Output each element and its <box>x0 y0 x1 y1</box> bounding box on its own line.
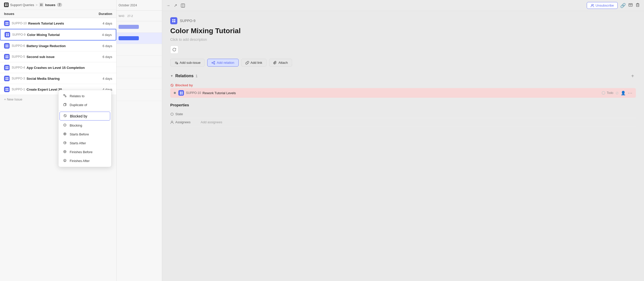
svg-rect-11 <box>7 24 8 25</box>
relations-add-button[interactable]: + <box>629 73 636 79</box>
svg-rect-62 <box>180 93 181 94</box>
svg-rect-47 <box>174 19 175 21</box>
issue-id-label: SUPPO-1 <box>12 88 25 91</box>
svg-rect-48 <box>172 21 174 22</box>
issue-title-label: Color Mixing Tutorial <box>27 33 100 37</box>
svg-line-59 <box>171 85 173 86</box>
assignees-label: Assignees <box>170 120 201 124</box>
issue-row-suppo-10[interactable]: SUPPO-10 Rework Tutorial Levels 4 days <box>0 18 116 29</box>
svg-rect-15 <box>8 35 9 36</box>
svg-rect-46 <box>172 19 174 21</box>
svg-rect-5 <box>42 4 42 5</box>
issue-title[interactable]: Color Mixing Tutorial <box>170 27 636 35</box>
relations-count: 1 <box>196 74 198 78</box>
svg-rect-4 <box>40 4 41 5</box>
more-options-icon[interactable]: ⋯ <box>628 90 632 96</box>
relation-item-title[interactable]: Rework Tutorial Levels <box>202 91 602 95</box>
add-relation-button[interactable]: Add relation <box>207 59 238 67</box>
svg-rect-61 <box>181 91 183 93</box>
relation-item-status: Todo <box>602 91 613 95</box>
section-label[interactable]: Issues <box>45 3 55 7</box>
svg-rect-49 <box>174 21 175 22</box>
gantt-month-label: October 2024 <box>117 0 162 11</box>
gantt-row-suppo10 <box>117 21 162 33</box>
workspace-label[interactable]: Support Queries <box>10 3 34 7</box>
gantt-row-suppo3 <box>117 78 162 90</box>
svg-rect-60 <box>180 91 181 93</box>
issue-id-label: SUPPO-4 <box>12 66 25 69</box>
relation-item-id: SUPPO-10 <box>186 91 201 95</box>
add-link-button[interactable]: Add link <box>241 59 267 67</box>
gantt-bars <box>117 21 162 281</box>
svg-rect-25 <box>7 66 8 67</box>
gantt-row-suppo6 <box>117 44 162 55</box>
attach-button[interactable]: Attach <box>269 59 292 67</box>
cycle-button[interactable] <box>170 46 178 54</box>
issue-row-suppo-9[interactable]: SUPPO-9 Color Mixing Tutorial 4 days <box>0 29 116 41</box>
svg-rect-24 <box>5 66 7 67</box>
issue-id-label: SUPPO-3 <box>12 77 25 80</box>
toolbar-left: → ↗ <box>166 3 185 8</box>
svg-rect-16 <box>5 44 7 46</box>
issue-icon <box>4 54 10 59</box>
issue-icon <box>4 65 10 70</box>
gantt-header-row: Issues Duration <box>0 10 116 18</box>
relations-section: ▼ Relations 1 + Blocked by <box>170 73 636 98</box>
col-duration-header: Duration <box>99 12 112 16</box>
no-symbol-icon: ⊘ <box>615 91 619 95</box>
svg-rect-19 <box>7 46 8 47</box>
gantt-row-suppo1 <box>117 90 162 101</box>
link-icon-btn[interactable]: 🔗 <box>620 3 626 8</box>
action-bar: Add sub-issue Add relation Add link Atta… <box>170 59 636 67</box>
issue-row-suppo-3[interactable]: SUPPO-3 Social Media Sharing 4 days <box>0 73 116 84</box>
gantt-week-row: W43 27-2 <box>117 11 162 21</box>
section-icon <box>39 3 44 7</box>
issue-description[interactable]: Click to add description <box>170 37 636 42</box>
svg-rect-13 <box>8 33 9 34</box>
assignees-value[interactable]: Add assignees <box>201 120 222 124</box>
issue-header-icon <box>170 17 177 24</box>
blocked-by-group: Blocked by SUPPO-10 Rework Tutorial Leve… <box>170 82 636 98</box>
svg-line-57 <box>213 63 214 64</box>
issue-duration-label: 4 days <box>100 33 112 37</box>
status-text: Todo <box>607 91 613 95</box>
delete-icon-btn[interactable] <box>635 3 640 8</box>
arrow-icon[interactable]: → <box>166 3 170 8</box>
issue-header-id: SUPPO-9 <box>180 19 195 23</box>
svg-line-56 <box>213 62 214 63</box>
unsubscribe-button[interactable]: Unsubscribe <box>587 2 618 9</box>
issue-id-label: SUPPO-5 <box>12 55 25 58</box>
panel-icon[interactable] <box>181 3 185 8</box>
gantt-bar-suppo9 <box>119 36 139 40</box>
issue-icon <box>4 76 10 81</box>
svg-rect-6 <box>40 5 41 6</box>
status-circle <box>602 91 605 95</box>
right-toolbar: → ↗ Unsubscribe 🔗 <box>162 0 644 11</box>
add-sub-issue-button[interactable]: Add sub-issue <box>170 59 205 67</box>
blocked-by-label: Blocked by <box>175 83 193 87</box>
right-panel: → ↗ Unsubscribe 🔗 <box>162 0 644 281</box>
issue-row-suppo-5[interactable]: SUPPO-5 Second sub issue 6 days <box>0 51 116 62</box>
issue-title-label: App Crashes on Level 15 Completion <box>27 66 100 70</box>
gantt-row-suppo9 <box>117 33 162 44</box>
svg-rect-3 <box>7 5 8 6</box>
archive-icon-btn[interactable] <box>628 3 633 8</box>
svg-rect-26 <box>5 68 7 69</box>
person-icon: 👤 <box>621 91 626 95</box>
relations-collapse-icon[interactable]: ▼ <box>170 74 173 78</box>
issues-count-badge: 7 <box>57 3 62 7</box>
issue-icon <box>4 43 10 49</box>
expand-icon[interactable]: ↗ <box>174 3 177 8</box>
issue-row-suppo-4[interactable]: SUPPO-4 App Crashes on Level 15 Completi… <box>0 62 116 73</box>
svg-rect-29 <box>7 77 8 78</box>
toolbar-actions: Unsubscribe 🔗 <box>587 2 640 9</box>
issue-row-suppo-6[interactable]: SUPPO-6 Battery Usage Reduction 6 days <box>0 41 116 51</box>
issue-header: SUPPO-9 <box>170 17 636 24</box>
svg-rect-22 <box>5 57 7 58</box>
blocked-by-label-row: Blocked by <box>170 82 636 88</box>
issue-icon <box>5 32 10 37</box>
svg-rect-9 <box>7 22 8 23</box>
svg-rect-31 <box>7 79 8 80</box>
issue-duration-label: 4 days <box>100 22 112 25</box>
properties-section: Properties State Assignees Add assignees <box>170 103 636 126</box>
